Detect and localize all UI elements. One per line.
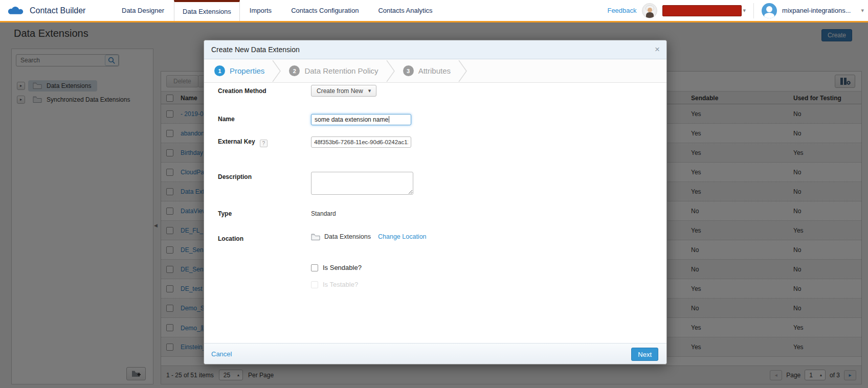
app-title: Contact Builder: [30, 6, 85, 15]
step-chevron-icon: [458, 60, 468, 82]
step-number: 3: [403, 65, 414, 76]
location-label: Location: [218, 235, 243, 242]
text-cursor: [389, 116, 389, 123]
feedback-link[interactable]: Feedback: [607, 7, 636, 14]
nav-item-data-designer[interactable]: Data Designer: [112, 0, 174, 21]
nav-item-data-extensions[interactable]: Data Extensions: [174, 0, 240, 21]
location-value: Data Extensions: [324, 233, 371, 240]
modal-body: Creation Method Create from New ▾ Name s…: [204, 83, 666, 344]
is-sendable-label: Is Sendable?: [323, 264, 362, 271]
folder-icon: [311, 234, 320, 240]
step-number: 2: [289, 65, 300, 76]
is-testable-checkbox: [311, 281, 318, 288]
is-testable-label: Is Testable?: [323, 281, 358, 288]
creation-method-label: Creation Method: [218, 87, 266, 95]
nav-divider: [753, 3, 754, 18]
step-label: Data Retention Policy: [304, 66, 378, 75]
type-value: Standard: [311, 210, 336, 217]
salesforce-cloud-logo: [7, 5, 25, 16]
next-button[interactable]: Next: [631, 348, 658, 361]
create-data-extension-modal: Create New Data Extension × 1 Properties…: [204, 40, 667, 364]
user-avatar-icon[interactable]: [762, 3, 777, 18]
external-key-input[interactable]: [311, 136, 411, 148]
step-attributes[interactable]: 3 Attributes: [403, 65, 451, 76]
change-location-link[interactable]: Change Location: [378, 233, 427, 240]
description-textarea[interactable]: [311, 172, 413, 195]
chevron-down-icon[interactable]: ▾: [743, 7, 746, 14]
main-nav: Data Designer Data Extensions Imports Co…: [112, 0, 442, 21]
step-chevron-icon: [386, 60, 396, 82]
account-name: mixpanel-integrations...: [782, 7, 851, 14]
modal-footer: Cancel Next: [204, 343, 666, 364]
external-key-label: External Key?: [218, 138, 268, 147]
step-properties[interactable]: 1 Properties: [214, 65, 264, 76]
redacted-account-block: [662, 5, 742, 16]
step-number: 1: [214, 65, 225, 76]
creation-method-dropdown[interactable]: Create from New ▾: [311, 85, 376, 97]
step-chevron-icon: [272, 60, 282, 82]
modal-title: Create New Data Extension: [211, 40, 300, 59]
top-navbar: Contact Builder Data Designer Data Exten…: [0, 0, 868, 22]
help-icon[interactable]: ?: [260, 140, 268, 147]
step-label: Attributes: [418, 66, 451, 75]
nav-item-contacts-configuration[interactable]: Contacts Configuration: [281, 0, 368, 21]
einstein-avatar[interactable]: [642, 3, 657, 18]
cancel-link[interactable]: Cancel: [211, 344, 232, 364]
close-icon[interactable]: ×: [655, 44, 660, 55]
modal-header: Create New Data Extension ×: [204, 40, 666, 59]
chevron-down-icon: ▾: [368, 87, 371, 94]
creation-method-value: Create from New: [317, 87, 363, 95]
name-input-value: some data extension name: [315, 116, 388, 123]
account-selector[interactable]: ▾: [662, 5, 746, 16]
step-label: Properties: [230, 66, 264, 75]
nav-item-contacts-analytics[interactable]: Contacts Analytics: [368, 0, 442, 21]
name-input[interactable]: some data extension name: [311, 114, 411, 125]
nav-item-imports[interactable]: Imports: [240, 0, 281, 21]
is-sendable-checkbox[interactable]: [311, 264, 318, 271]
user-menu-chevron-icon[interactable]: ▾: [861, 7, 864, 14]
name-label: Name: [218, 116, 235, 123]
description-label: Description: [218, 173, 252, 180]
type-label: Type: [218, 210, 232, 217]
step-data-retention-policy[interactable]: 2 Data Retention Policy: [289, 65, 378, 76]
wizard-steps: 1 Properties 2 Data Retention Policy 3 A…: [204, 59, 666, 83]
